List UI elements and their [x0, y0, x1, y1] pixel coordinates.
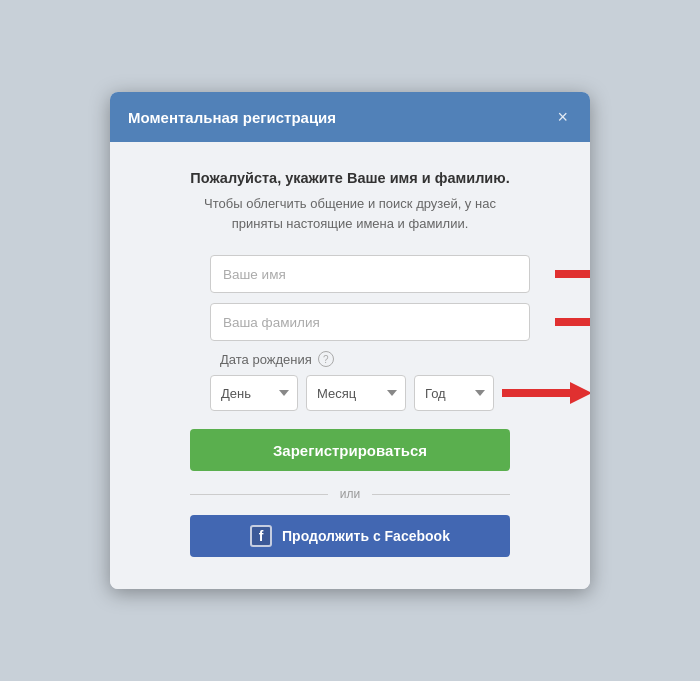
year-select[interactable]: Год [414, 375, 494, 411]
svg-marker-2 [502, 382, 590, 404]
dob-info-icon[interactable]: ? [318, 351, 334, 367]
last-name-row [150, 303, 550, 341]
first-name-input[interactable] [210, 255, 530, 293]
day-select[interactable]: День [210, 375, 298, 411]
register-button[interactable]: Зарегистрироваться [190, 429, 510, 471]
modal-title: Моментальная регистрация [128, 109, 336, 126]
svg-marker-1 [555, 311, 590, 333]
last-name-arrow [555, 311, 590, 333]
subtext: Чтобы облегчить общение и поиск друзей, … [180, 194, 520, 233]
first-name-arrow [555, 263, 590, 285]
dob-label-row: Дата рождения ? [220, 351, 540, 367]
or-line-left [190, 494, 328, 495]
headline: Пожалуйста, укажите Ваше имя и фамилию. [190, 170, 509, 186]
modal-body: Пожалуйста, укажите Ваше имя и фамилию. … [110, 142, 590, 589]
last-name-input[interactable] [210, 303, 530, 341]
svg-marker-0 [555, 263, 590, 285]
or-divider: или [190, 487, 510, 501]
facebook-button-label: Продолжить с Facebook [282, 528, 450, 544]
facebook-icon: f [250, 525, 272, 547]
dob-dropdowns-row: День Месяц Год [150, 375, 550, 411]
dob-label: Дата рождения [220, 352, 312, 367]
or-text: или [340, 487, 360, 501]
month-select[interactable]: Месяц [306, 375, 406, 411]
first-name-row [150, 255, 550, 293]
registration-form: Дата рождения ? День Месяц Год [150, 255, 550, 557]
facebook-button[interactable]: f Продолжить с Facebook [190, 515, 510, 557]
or-line-right [372, 494, 510, 495]
dob-arrow [502, 382, 590, 404]
dropdowns-group: День Месяц Год [210, 375, 494, 411]
modal-header: Моментальная регистрация × [110, 92, 590, 142]
registration-modal: Моментальная регистрация × Пожалуйста, у… [110, 92, 590, 589]
close-button[interactable]: × [553, 106, 572, 128]
